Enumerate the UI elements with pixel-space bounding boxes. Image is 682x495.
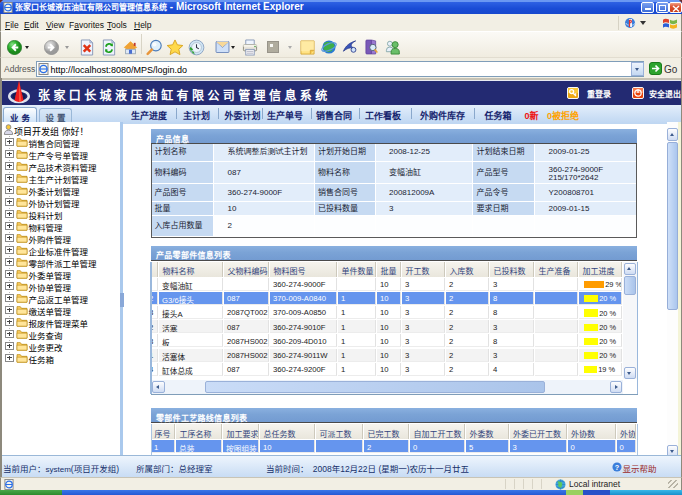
svg-text:?: ? bbox=[614, 462, 619, 471]
